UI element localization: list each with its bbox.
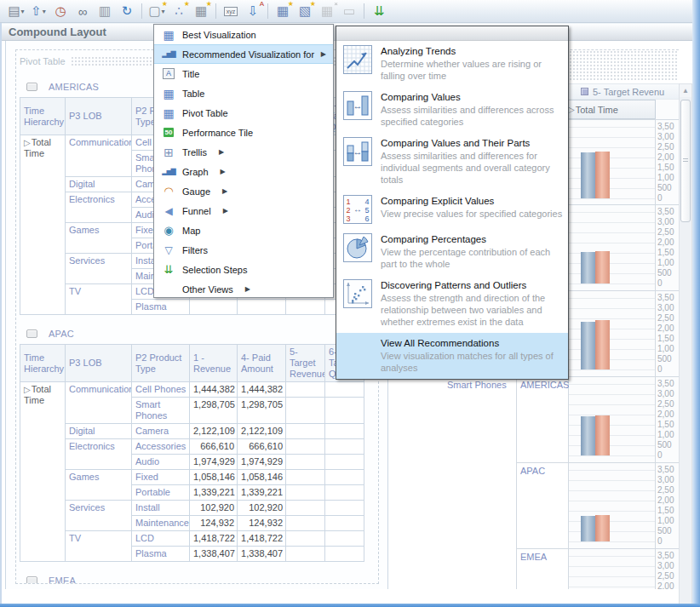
menu-item-performance-tile[interactable]: 50Performance Tile	[154, 123, 333, 142]
table-cell: 1,974,929	[190, 455, 238, 470]
new-graph-icon[interactable]: ▧★	[295, 2, 314, 20]
expand-icon[interactable]: ▷	[568, 105, 575, 114]
axis-tick-label: 0	[657, 279, 663, 288]
table-row: ▷Total TimeCommunicationCell Phones1,444…	[20, 382, 364, 398]
table-cell: 1,418,722	[238, 531, 286, 547]
menu-item-title[interactable]: ATitle	[154, 64, 333, 83]
table-cell: 2,122,109	[190, 424, 238, 439]
axis-tick-label: 1,50	[657, 507, 674, 515]
edit-calc-icon[interactable]: ▦★	[192, 2, 210, 20]
export-icon[interactable]: ⇧▾	[29, 2, 48, 20]
import-formatting-icon[interactable]: ⇩A	[244, 2, 262, 20]
dropdown-caret-icon[interactable]: ▾	[43, 8, 46, 15]
print-icon[interactable]: ▤▾	[7, 2, 26, 20]
submenu-arrow-icon: ▶	[219, 148, 224, 156]
axis-tick-label: 0	[657, 451, 663, 460]
submenu-item-discovering-patterns-and-outliers[interactable]: Discovering Patterns and OutliersAssess …	[336, 275, 568, 333]
menu-item-gauge[interactable]: ◠Gauge▶	[154, 181, 333, 201]
submenu-item-analyzing-trends[interactable]: Analyzing TrendsDetermine whether values…	[336, 41, 568, 87]
table-cell: Electronics	[66, 192, 132, 223]
gridline	[569, 470, 655, 471]
table-cell	[325, 455, 364, 470]
time-hierarchy-header[interactable]: ▷ Total Time	[564, 100, 656, 119]
remove-view-icon[interactable]: ▦×	[318, 2, 336, 20]
table-cell: 2,122,109	[238, 424, 286, 439]
axis-labels-cell: 3,503,002,502,001,501,005000	[656, 463, 679, 549]
table-cell: LCD	[132, 531, 190, 547]
menu-item-best-visualization[interactable]: ▦Best Visualization	[154, 25, 333, 44]
section-header-emea: EMEA	[26, 576, 378, 584]
badge-icon: ★	[288, 1, 294, 8]
trellis-chart-cell	[569, 205, 656, 291]
menu-item-other-views[interactable]: Other Views▶	[154, 279, 333, 299]
submenu-item-comparing-explicit-values[interactable]: 142536↔Comparing Explicit ValuesView pre…	[336, 191, 568, 229]
submenu-arrow-icon: ▶	[321, 50, 326, 58]
section-toggle[interactable]	[26, 83, 37, 91]
vertical-scrollbar[interactable]: ▲ ▼	[679, 83, 692, 607]
badge-icon: ★	[206, 1, 212, 8]
toolbar-separator	[267, 3, 268, 19]
menu-item-pivot-table[interactable]: ▦Pivot Table	[154, 103, 333, 123]
table-row: ServicesInstall102,920102,920	[20, 501, 364, 516]
new-view-icon[interactable]: ▢★▾	[147, 2, 166, 20]
section-toggle[interactable]	[26, 576, 37, 584]
gridline	[569, 587, 655, 587]
axis-tick-label: 3,50	[657, 552, 674, 560]
submenu-top-strip	[336, 26, 568, 41]
table-cell: 666,610	[238, 439, 286, 455]
vertical-scrollbar-thumb[interactable]	[680, 100, 691, 222]
menu-item-map[interactable]: ◉Map	[154, 220, 333, 240]
submenu-item-view-all-recommendations[interactable]: View All RecommendationsView visualizati…	[336, 333, 568, 379]
scroll-up-arrow[interactable]: ▲	[680, 84, 691, 97]
svg-text:↔: ↔	[353, 204, 362, 214]
table-cell: Fixed	[132, 470, 190, 485]
new-pivot-icon[interactable]: ▦★	[273, 2, 292, 20]
table-cell: Digital	[66, 177, 132, 192]
badge-icon: ★	[310, 1, 316, 8]
selection-steps-icon[interactable]: ⇊	[370, 2, 388, 20]
svg-text:5: 5	[364, 206, 369, 215]
menu-item-filters[interactable]: ▽Filters	[154, 240, 333, 260]
table-cell: ▷Total Time	[20, 135, 66, 315]
duplicate-view-icon[interactable]: ∴★	[169, 2, 188, 20]
schedule-icon[interactable]: ◷	[51, 2, 70, 20]
xyz-properties-icon[interactable]: xyz	[221, 2, 240, 20]
gauge-icon: ◠	[161, 185, 176, 198]
axis-tick-label: 500	[657, 441, 672, 450]
section-toggle[interactable]	[26, 329, 37, 338]
menu-item-table[interactable]: ▦Table	[154, 83, 333, 103]
menu-item-selection-steps[interactable]: ⇊Selection Steps	[154, 260, 333, 279]
scatter-icon	[343, 279, 372, 308]
copy-icon[interactable]: ▥	[95, 2, 114, 20]
dropdown-caret-icon[interactable]: ▾	[21, 8, 25, 15]
submenu-item-comparing-values[interactable]: ↔Comparing ValuesAssess similarities and…	[336, 87, 568, 133]
axis-tick-label: 0	[657, 537, 663, 546]
dropdown-caret-icon[interactable]: ▾	[162, 8, 165, 15]
submenu-item-comparing-values-and-their-parts[interactable]: ↔Comparing Values and Their PartsAssess …	[336, 133, 568, 191]
preview-icon[interactable]: ∞	[73, 2, 92, 20]
table-cell: Cell Phones	[132, 382, 190, 398]
menu-item-label: Recommended Visualization for	[182, 49, 314, 60]
table-cell	[286, 300, 325, 315]
axis-tick-label: 2,50	[657, 143, 674, 152]
format-container-icon[interactable]: ▭	[340, 2, 359, 20]
table-cell	[325, 470, 364, 485]
menu-item-graph[interactable]: ▂▅▇Graph▶	[154, 162, 333, 181]
bar	[581, 252, 595, 283]
menu-item-funnel[interactable]: ◀Funnel▶	[154, 201, 333, 220]
submenu-item-description: View precise values for specified catego…	[381, 208, 566, 220]
axis-tick-label: 0	[657, 194, 663, 203]
submenu-item-comparing-percentages[interactable]: Comparing PercentagesView the percentage…	[336, 229, 568, 275]
expand-icon[interactable]: ▷	[24, 385, 31, 394]
badge-icon: ★	[184, 1, 190, 8]
legend-swatch-icon	[581, 88, 588, 95]
menu-item-recommended-visualization-for[interactable]: ▂▅▇Recommended Visualization for▶	[154, 44, 333, 64]
table-cell: 102,920	[238, 501, 286, 516]
axis-tick-label: 3,00	[657, 304, 674, 312]
window-edge-right	[692, 0, 700, 607]
axis-labels-cell: 3,503,002,502,001,501,005000	[656, 549, 679, 589]
refresh-icon[interactable]: ↻	[118, 2, 136, 20]
expand-icon[interactable]: ▷	[24, 138, 31, 147]
axis-tick-label: 0	[657, 365, 663, 374]
menu-item-trellis[interactable]: ⊞Trellis▶	[154, 142, 333, 162]
